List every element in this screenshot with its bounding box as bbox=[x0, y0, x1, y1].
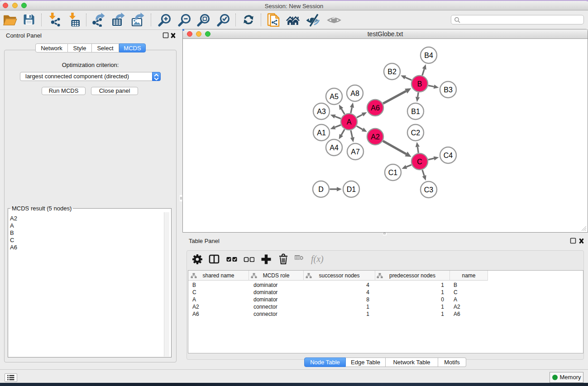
svg-text:A3: A3 bbox=[317, 108, 326, 115]
svg-text:A8: A8 bbox=[350, 90, 359, 97]
svg-text:A7: A7 bbox=[351, 148, 360, 156]
svg-text:A4: A4 bbox=[330, 144, 339, 152]
svg-text:B1: B1 bbox=[411, 108, 420, 115]
svg-text:A6: A6 bbox=[371, 104, 380, 112]
svg-text:C: C bbox=[417, 158, 422, 166]
svg-text:D: D bbox=[318, 186, 324, 193]
svg-text:B: B bbox=[417, 80, 422, 88]
svg-text:A: A bbox=[347, 118, 352, 126]
svg-text:A5: A5 bbox=[330, 93, 339, 100]
svg-text:C1: C1 bbox=[388, 169, 398, 176]
svg-text:C4: C4 bbox=[444, 152, 453, 159]
svg-text:D1: D1 bbox=[347, 186, 356, 193]
svg-text:A2: A2 bbox=[371, 133, 380, 141]
svg-text:C3: C3 bbox=[424, 186, 434, 194]
svg-text:C2: C2 bbox=[411, 129, 421, 137]
svg-text:B2: B2 bbox=[387, 68, 397, 76]
svg-text:A1: A1 bbox=[317, 129, 326, 137]
svg-text:B3: B3 bbox=[444, 86, 453, 94]
svg-text:B4: B4 bbox=[424, 52, 433, 59]
